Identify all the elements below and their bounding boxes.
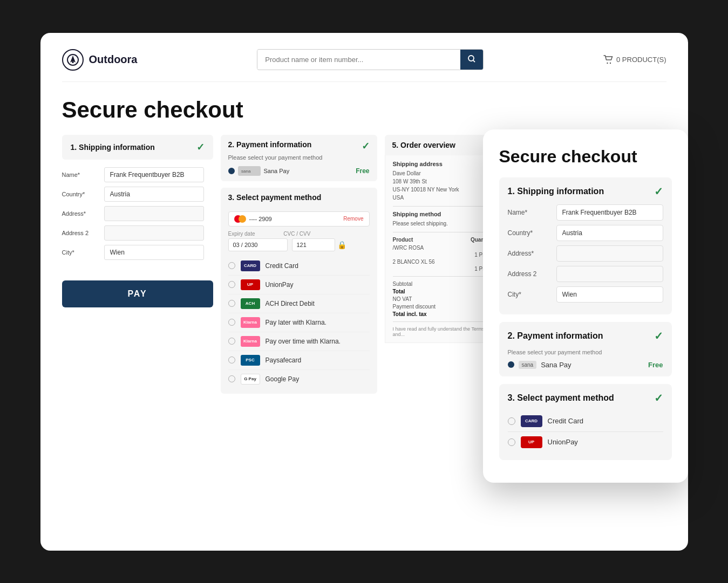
float-method-union-pay[interactable]: UP UnionPay [508,432,663,452]
radio-union-pay[interactable] [228,281,235,288]
float-payment-subtitle: Please select your payment method [508,349,663,355]
search-button[interactable] [460,50,483,70]
float-radio-cc[interactable] [508,417,515,425]
product1-qty: 1 Piece [393,252,493,258]
main-card: Outdoora 0 PRODUCT(S) Secure checkout [40,33,688,551]
float-field-country: Country* [508,225,663,241]
city-state: US-NY 10018 NY New York [393,186,493,194]
radio-paysafe[interactable] [228,356,235,363]
expiry-input[interactable] [228,238,288,251]
middle-panel: 2. Payment information ✓ Please select y… [221,135,377,394]
float-sana-row: sana Sana Pay Free [508,361,663,369]
float-input-country[interactable] [556,225,663,241]
label-country: Country* [62,191,100,197]
input-address2[interactable] [104,225,204,241]
pay-button[interactable]: PAY [62,280,213,307]
payment-discount-label: Payment discount [393,304,436,310]
free-badge: Free [356,167,369,175]
float-input-city[interactable] [556,286,663,303]
product-header: Product Quantity [393,237,493,243]
floating-card: Secure checkout 1. Shipping information … [483,129,688,483]
payment-subtitle: Please select your payment method [228,154,370,161]
card-row: ---- 2909 Remove [228,211,370,227]
order-divider3 [393,276,493,277]
float-sana-left: sana Sana Pay [508,361,571,369]
field-country: Country* [62,187,213,202]
ach-label: ACH Direct Debit [266,300,315,307]
no-vat-label: NO VAT [393,296,412,302]
cvv-icon: 🔒 [337,241,346,249]
cvv-input[interactable] [292,238,335,251]
klarna-time-icon: Klarna [241,336,260,347]
card-number-mask: ---- 2909 [249,216,272,222]
union-pay-label: UnionPay [266,281,294,289]
paysafe-label: Paysafecard [266,356,302,364]
shipping-address-label: Shipping address [393,161,493,167]
input-address[interactable] [104,206,204,221]
sana-label: Sana Pay [264,168,290,174]
payment-discount-row: Payment discount 0 [393,304,493,310]
method-credit-card[interactable]: CARD Credit Card [228,257,370,276]
float-sana-logo-icon: sana [519,361,537,369]
float-cc-label: Credit Card [548,417,583,425]
floating-step3: 3. Select payment method ✓ CARD Credit C… [499,384,672,460]
shipping-method-value: Please select shipping. [393,220,493,228]
method-klarna-time[interactable]: Klarna Pay over time with Klarna. [228,332,370,351]
method-union-pay[interactable]: UP UnionPay [228,276,370,294]
floating-step3-num: 3. Select payment method [508,393,614,403]
sana-pay-left: sana Sana Pay [228,166,290,176]
input-name[interactable] [104,167,204,182]
floating-step2-check: ✓ [654,330,663,342]
float-label-address2: Address 2 [508,270,551,278]
method-klarna-later[interactable]: Klarna Pay later with Klarna. [228,313,370,332]
cart-info[interactable]: 0 PRODUCT(S) [603,55,666,65]
logo: Outdoora [62,49,138,71]
gpay-icon: G Pay [241,374,260,385]
checkout-main: 1. Shipping information ✓ Name* Country*… [62,135,666,394]
radio-klarna-time[interactable] [228,338,235,345]
float-method-credit-card[interactable]: CARD Credit Card [508,411,663,432]
label-address: Address* [62,210,100,217]
float-sana-text: Sana Pay [541,361,571,369]
floating-step1-num: 1. Shipping information [508,187,604,196]
remove-card-link[interactable]: Remove [343,216,363,222]
svg-rect-2 [72,61,73,63]
floating-step2: 2. Payment information ✓ Please select y… [499,322,672,376]
field-name: Name* [62,167,213,182]
customer-name: Dave Dollar [393,169,493,177]
step3-section: 3. Select payment method ---- 2909 Remov… [221,188,377,394]
floating-step1-header: 1. Shipping information ✓ [508,185,663,198]
sana-radio[interactable] [228,168,235,174]
street: 108 W 39th St [393,177,493,186]
radio-klarna-later[interactable] [228,319,235,326]
total-tax-row: Total incl. tax 0 [393,311,493,317]
subtotal-label: Subtotal [393,281,413,287]
order-divider1 [393,206,493,207]
float-radio-up[interactable] [508,438,515,446]
radio-ach[interactable] [228,300,235,307]
input-country[interactable] [104,187,204,202]
search-input[interactable] [257,50,460,69]
method-ach[interactable]: ACH ACH Direct Debit [228,294,370,313]
radio-gpay[interactable] [228,375,235,382]
step2-checkmark: ✓ [362,140,370,152]
subtotal-row: Subtotal 0 [393,281,493,287]
gpay-label: Google Pay [266,375,300,383]
float-up-label: UnionPay [548,438,578,446]
float-sana-radio[interactable] [508,361,514,368]
input-city[interactable] [104,245,204,260]
float-input-address[interactable] [556,245,663,262]
label-address2: Address 2 [62,230,100,236]
label-name: Name* [62,172,100,178]
float-input-address2[interactable] [556,266,663,282]
order-divider2 [393,232,493,232]
radio-credit-card[interactable] [228,262,235,269]
field-city: City* [62,245,213,260]
method-paysafe[interactable]: PSC Paysafecard [228,351,370,370]
no-vat-row: NO VAT 0 [393,296,493,302]
float-input-name[interactable] [556,204,663,221]
float-field-name: Name* [508,204,663,221]
float-label-city: City* [508,291,551,298]
svg-line-4 [473,60,475,62]
method-gpay[interactable]: G Pay Google Pay [228,370,370,388]
